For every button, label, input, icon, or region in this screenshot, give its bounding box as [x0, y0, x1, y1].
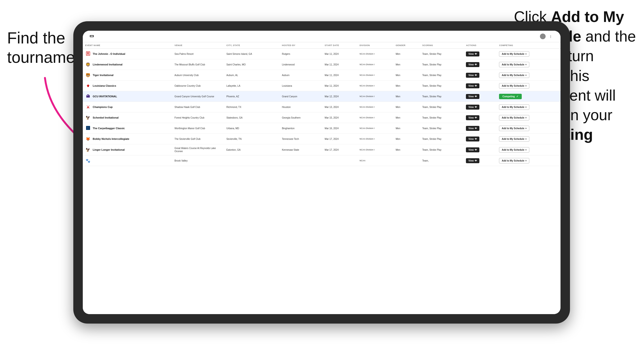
td-gender	[393, 156, 420, 166]
td-division: NCAA Division I	[357, 81, 393, 91]
td-start-date: Mar 17, 2024	[322, 134, 357, 144]
td-gender: Men	[393, 123, 420, 134]
team-logo: 🅱	[85, 125, 91, 131]
plus-icon: +	[525, 149, 527, 151]
event-name: The Carpetbagger Classic	[93, 127, 125, 130]
view-button[interactable]: View 👁	[466, 73, 480, 78]
col-event-name: EVENT NAME	[83, 42, 172, 49]
event-name: Lindenwood Invitational	[93, 63, 122, 66]
td-hosted-by: Auburn	[280, 70, 322, 81]
team-logo: ⚜	[85, 83, 91, 89]
add-to-schedule-button[interactable]: Add to My Schedule +	[499, 115, 529, 120]
table-row: 🅁 The Johnnie - O Individual Sea Palms R…	[83, 49, 560, 59]
td-scoring: Team, Stroke Play	[420, 112, 464, 123]
td-actions: View 👁	[464, 81, 497, 91]
add-to-schedule-button[interactable]: Add to My Schedule +	[499, 104, 529, 110]
add-schedule-label: Add to My Schedule	[502, 160, 524, 162]
view-button[interactable]: View 👁	[466, 137, 480, 142]
view-button[interactable]: View 👁	[466, 94, 480, 99]
col-start-date: START DATE	[322, 42, 357, 49]
td-division: NCAA Division I	[357, 144, 393, 156]
add-schedule-label: Add to My Schedule	[502, 74, 524, 77]
add-to-schedule-button[interactable]: Add to My Schedule +	[499, 51, 529, 57]
add-to-schedule-button[interactable]: Add to My Schedule +	[499, 62, 529, 67]
tablet-frame: | EVENT NAME VENUE CITY, STATE HOSTED BY…	[73, 21, 570, 324]
view-button[interactable]: View 👁	[466, 83, 480, 88]
add-to-schedule-button[interactable]: Add to My Schedule +	[499, 136, 529, 142]
add-to-schedule-button[interactable]: Add to My Schedule +	[499, 126, 529, 131]
table-row: 🐯 Tiger Invitational Auburn University C…	[83, 70, 560, 81]
team-logo: 🦊	[85, 136, 91, 142]
competing-button[interactable]: Competing ✓	[499, 94, 522, 99]
col-hosted-by: HOSTED BY	[280, 42, 322, 49]
td-hosted-by	[280, 156, 322, 166]
view-button[interactable]: View 👁	[466, 51, 480, 56]
td-scoring: Team, Stroke Play	[420, 123, 464, 134]
view-button[interactable]: View 👁	[466, 126, 480, 131]
td-scoring: Team, Stroke Play	[420, 49, 464, 59]
td-venue: Oakbourne Country Club	[172, 81, 224, 91]
add-to-schedule-button[interactable]: Add to My Schedule +	[499, 147, 529, 153]
add-schedule-label: Add to My Schedule	[502, 63, 524, 66]
td-event-name: 🦅 Linger Longer Invitational	[83, 144, 172, 156]
td-city-state: Phoenix, AZ	[224, 91, 280, 102]
view-button[interactable]: View 👁	[466, 62, 480, 67]
td-competing: Add to My Schedule +	[497, 112, 560, 123]
td-competing: Add to My Schedule +	[497, 134, 560, 144]
eye-icon: 👁	[475, 116, 477, 119]
view-button[interactable]: View 👁	[466, 105, 480, 110]
td-hosted-by: Georgia Southern	[280, 112, 322, 123]
view-button[interactable]: View 👁	[466, 158, 480, 163]
td-city-state: Lafayette, LA	[224, 81, 280, 91]
event-name: The Johnnie - O Individual	[93, 52, 125, 55]
tournaments-table: EVENT NAME VENUE CITY, STATE HOSTED BY S…	[83, 42, 560, 166]
td-event-name: 🦁 Lindenwood Invitational	[83, 59, 172, 70]
td-venue: Worthington Manor Golf Club	[172, 123, 224, 134]
eye-icon: 👁	[475, 85, 477, 87]
add-to-schedule-button[interactable]: Add to My Schedule +	[499, 72, 529, 78]
td-gender: Men	[393, 91, 420, 102]
team-logo: 🦅	[85, 147, 91, 153]
add-schedule-label: Add to My Schedule	[502, 106, 524, 108]
add-to-schedule-button[interactable]: Add to My Schedule +	[499, 158, 529, 164]
td-actions: View 👁	[464, 59, 497, 70]
td-venue: Forest Heights Country Club	[172, 112, 224, 123]
td-scoring: Team, Stroke Play	[420, 134, 464, 144]
td-start-date: Mar 11, 2024	[322, 49, 357, 59]
eye-icon: 👁	[475, 127, 477, 130]
td-event-name: 🦅 Schenkel Invitational	[83, 112, 172, 123]
eye-icon: 👁	[475, 160, 477, 162]
table-row: 🦅 Linger Longer Invitational Great Water…	[83, 144, 560, 156]
view-button[interactable]: View 👁	[466, 115, 480, 120]
view-button[interactable]: View 👁	[466, 147, 480, 152]
view-label: View	[468, 85, 474, 87]
td-city-state	[224, 156, 280, 166]
td-venue: Sea Palms Resort	[172, 49, 224, 59]
plus-icon: +	[525, 53, 527, 55]
view-label: View	[468, 95, 474, 98]
td-event-name: 🐾	[83, 156, 172, 166]
competing-label: Competing	[502, 95, 515, 98]
td-scoring: Team, Stroke Play	[420, 81, 464, 91]
table-row: 🐾 Brook Valley NCAA Team, View 👁 Add to …	[83, 156, 560, 166]
td-city-state: Saint Charles, MO	[224, 59, 280, 70]
td-hosted-by: Louisiana	[280, 81, 322, 91]
table-header-row: EVENT NAME VENUE CITY, STATE HOSTED BY S…	[83, 42, 560, 49]
plus-icon: +	[525, 106, 527, 108]
app-header: |	[83, 31, 560, 42]
table-row: 🏔 GCU INVITATIONAL Grand Canyon Universi…	[83, 91, 560, 102]
td-hosted-by: Rutgers	[280, 49, 322, 59]
td-competing: Add to My Schedule +	[497, 123, 560, 134]
td-start-date: Mar 12, 2024	[322, 91, 357, 102]
table-row: 🅱 The Carpetbagger Classic Worthington M…	[83, 123, 560, 134]
td-competing: Add to My Schedule +	[497, 59, 560, 70]
event-name: Louisiana Classics	[93, 84, 116, 87]
td-start-date	[322, 156, 357, 166]
td-gender: Men	[393, 144, 420, 156]
td-scoring: Team, Stroke Play	[420, 91, 464, 102]
add-to-schedule-button[interactable]: Add to My Schedule +	[499, 83, 529, 89]
td-actions: View 👁	[464, 91, 497, 102]
td-city-state: Richmond, TX	[224, 102, 280, 112]
event-name: GCU INVITATIONAL	[93, 95, 117, 98]
td-city-state: Eatonton, GA	[224, 144, 280, 156]
